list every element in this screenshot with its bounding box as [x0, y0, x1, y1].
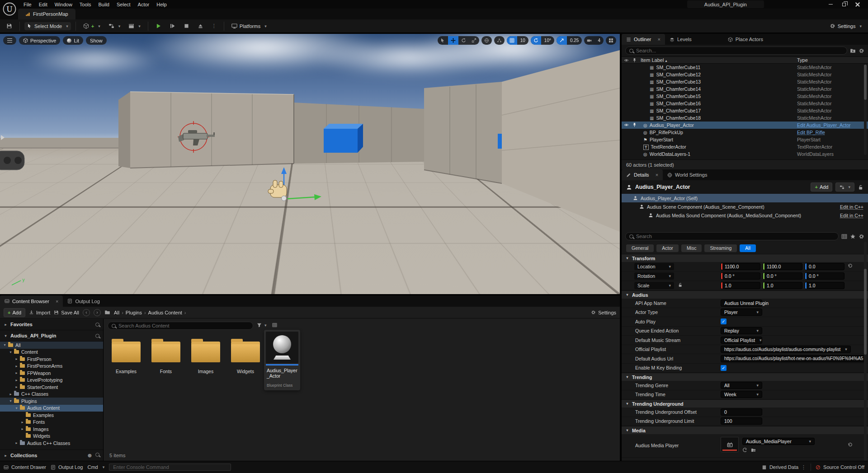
content-tree-item[interactable]: Content — [0, 349, 103, 356]
rotation-snap-toggle[interactable] — [531, 36, 541, 45]
actor-type[interactable]: StaticMeshActor — [797, 93, 831, 100]
filter-chip[interactable]: Misc — [681, 244, 702, 252]
media-player-thumbnail[interactable] — [721, 437, 739, 452]
folder-tile[interactable]: Images — [189, 342, 222, 374]
tab-place-actors[interactable]: Place Actors — [723, 34, 768, 45]
asset-search-input[interactable]: Search Audius Content — [108, 322, 253, 330]
search-icon[interactable] — [95, 323, 99, 327]
outliner-row[interactable]: SM_ChamferCube13 StaticMeshActor — [622, 78, 868, 85]
close-button[interactable] — [851, 0, 864, 8]
add-collection-icon[interactable]: ⊕ — [88, 453, 92, 459]
lock-open-icon[interactable] — [678, 282, 683, 287]
play-button[interactable] — [153, 22, 164, 30]
y-value-field[interactable]: 1.0 — [763, 282, 802, 289]
actor-type[interactable]: StaticMeshActor — [797, 64, 831, 71]
grid-snap-value[interactable]: 10 — [517, 36, 528, 45]
select-mode-dropdown[interactable]: Select Mode ▾ — [24, 22, 71, 30]
actor-type[interactable]: StaticMeshActor — [797, 85, 831, 93]
y-value-field[interactable]: 0.0 ° — [763, 272, 802, 280]
tab-world-settings[interactable]: World Settings — [663, 169, 712, 180]
component-row[interactable]: Audius Scene Component (Audius_Scene_Com… — [622, 202, 868, 211]
section-transform[interactable]: ▾ Transform — [622, 254, 868, 262]
world-local-toggle[interactable] — [481, 36, 492, 45]
stop-button[interactable] — [181, 22, 192, 30]
section-trending[interactable]: ▾ Trending — [622, 373, 868, 381]
section-audius[interactable]: ▾ Audius — [622, 290, 868, 299]
display-options-icon[interactable] — [841, 234, 847, 239]
plugin-root-section[interactable]: ▾ Audius_API_Plugin — [0, 330, 103, 342]
tab-output-log[interactable]: Output Log — [63, 295, 104, 307]
property-text-field[interactable]: Audius Unreal Plugin — [721, 300, 762, 307]
save-all-button[interactable]: Save All — [54, 310, 79, 315]
back-button[interactable]: ‹ — [83, 309, 90, 316]
outliner-row[interactable]: TextRenderActor TextRenderActor — [622, 143, 868, 150]
add-actor-button[interactable]: + ▾ — [80, 22, 103, 30]
grid-snap-toggle[interactable] — [507, 36, 517, 45]
actor-type[interactable]: Edit BP_Rifle — [797, 129, 825, 136]
edit-in-cpp-link[interactable]: Edit in C++ — [840, 213, 863, 218]
outliner-search-input[interactable]: Search... — [625, 47, 847, 55]
breadcrumb-item[interactable]: Plugins — [126, 310, 142, 315]
menu-item[interactable]: Actor — [134, 1, 153, 8]
property-dropdown[interactable]: All▾ — [721, 382, 762, 389]
property-dropdown[interactable]: Official Playlist▾ — [721, 337, 762, 344]
property-dropdown[interactable]: Replay▾ — [721, 327, 762, 334]
use-selected-asset-icon[interactable] — [742, 448, 747, 453]
rotate-tool-button[interactable] — [458, 36, 469, 45]
rotation-snap-value[interactable]: 10° — [541, 36, 554, 45]
actor-type[interactable]: StaticMeshActor — [797, 78, 831, 85]
collections-section[interactable]: ▸ Collections ⊕ — [0, 450, 103, 461]
property-checkbox[interactable]: ✓ — [721, 318, 726, 324]
tab-levels[interactable]: Levels — [665, 34, 696, 45]
actor-type[interactable]: WorldDataLayers — [797, 150, 834, 158]
actor-type[interactable]: StaticMeshActor — [797, 71, 831, 78]
content-tree-item[interactable]: StarterContent — [0, 384, 103, 391]
gear-icon[interactable] — [859, 48, 864, 54]
frame-skip-button[interactable] — [167, 22, 178, 30]
property-checkbox[interactable]: ✓ — [721, 365, 726, 371]
tab-details[interactable]: Details × — [622, 169, 663, 180]
menu-item[interactable]: Tools — [76, 1, 95, 8]
transform-axis-dropdown[interactable]: Scale▾ — [634, 282, 674, 289]
console-command-input[interactable]: Enter Console Command — [109, 464, 231, 471]
close-icon[interactable]: × — [56, 299, 58, 304]
outliner-row[interactable]: SM_ChamferCube12 StaticMeshActor — [622, 71, 868, 78]
outliner-row[interactable]: PlayerStart PlayerStart — [622, 136, 868, 143]
menu-item[interactable]: Select — [113, 1, 134, 8]
star-icon[interactable] — [850, 234, 856, 239]
menu-item[interactable]: Build — [95, 1, 113, 8]
content-tree-item[interactable]: FPWeapon — [0, 370, 103, 377]
save-button[interactable] — [4, 22, 15, 30]
level-viewport[interactable]: y Perspective Lit Show 10 10° — [0, 34, 620, 294]
details-search-input[interactable]: Search — [625, 232, 839, 240]
maximize-button[interactable] — [837, 0, 851, 8]
transform-axis-dropdown[interactable]: Location▾ — [634, 263, 674, 270]
scale-snap-value[interactable]: 0.25 — [567, 36, 582, 45]
cinematics-button[interactable]: ▾ — [126, 22, 143, 30]
content-tree-item[interactable]: Examples — [0, 412, 103, 419]
close-icon[interactable]: × — [658, 37, 660, 42]
content-tree-item[interactable]: Images — [0, 426, 103, 433]
surface-snapping-button[interactable] — [494, 36, 505, 45]
z-value-field[interactable]: 0.0 ° — [805, 272, 844, 280]
actor-type[interactable]: Edit Audius_Player_Actor — [797, 122, 850, 129]
blueprint-actions-dropdown[interactable]: ▾ — [835, 183, 854, 192]
details-scrollbar[interactable] — [864, 242, 867, 473]
perspective-dropdown[interactable]: Perspective — [19, 36, 60, 45]
outliner-row[interactable]: Audius_Player_Actor Edit Audius_Player_A… — [622, 122, 868, 129]
outliner-scrollbar[interactable] — [864, 65, 867, 155]
component-row[interactable]: Audius_Player_Actor (Self) — [622, 194, 868, 202]
section-trending-underground[interactable]: ▾ Trending Underground — [622, 399, 868, 407]
tab-outliner[interactable]: Outliner × — [622, 34, 665, 45]
outliner-row[interactable]: SM_ChamferCube17 StaticMeshActor — [622, 107, 868, 114]
property-dropdown[interactable]: https://audius.co/Audius/playlist/audius… — [721, 346, 851, 353]
menu-item[interactable]: Window — [51, 1, 76, 8]
property-dropdown[interactable]: Week▾ — [721, 391, 762, 398]
transform-axis-dropdown[interactable]: Rotation▾ — [634, 272, 674, 280]
z-value-field[interactable]: 1.0 — [805, 282, 844, 289]
close-icon[interactable]: × — [656, 172, 658, 178]
asset-tile-blueprint[interactable]: Audius_Player_Actor Blueprint Class — [264, 330, 300, 390]
settings-dropdown[interactable]: Settings ▾ — [827, 22, 864, 30]
outliner-row[interactable]: WorldDataLayers-1 WorldDataLayers — [622, 150, 868, 158]
favorites-section[interactable]: ▸ Favorites — [0, 319, 103, 330]
